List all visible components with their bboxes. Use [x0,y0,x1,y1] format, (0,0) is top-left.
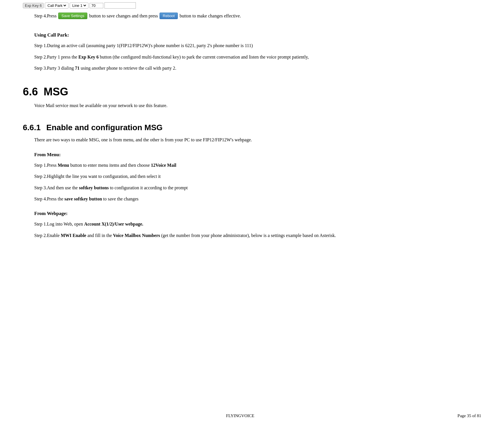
call-park-step3: Step 3.Party 3 dialing 71 using another … [34,65,481,72]
msg-step1-prefix: Step 1.Press [34,163,58,168]
line-select[interactable]: Line 1 [71,3,87,8]
msg-step4-suffix: to save the changes [102,196,138,201]
from-webpage-heading: From Webpage: [34,211,481,216]
msg-step1-suffix: button to enter menu items and then choo… [69,163,151,168]
step3-prefix: Step 3.Party 3 dialing [34,66,75,71]
call-park-dropdown[interactable]: Call Park [45,3,68,9]
section-66-num: 6.6 [23,86,38,98]
section-66-heading: 6.6 MSG [23,86,481,98]
reboot-button[interactable]: Reboot [160,13,178,19]
step4-middle: button to save changes and then press [89,13,158,19]
section-661-heading: 6.6.1 Enable and configuration MSG [23,123,481,132]
section-66-body: Voice Mail service must be available on … [34,102,481,109]
wp-step1: Step 1.Log into Web, open Account X(1/2)… [34,220,481,228]
step4-prefix: Step 4.Press [34,13,57,19]
step2-suffix: button (the configured multi-functional … [99,55,309,59]
wp-step1-prefix: Step 1.Log into Web, open [34,222,84,226]
wp-step2-middle: and fill in the [86,233,113,238]
section-661-intro: There are two ways to enable MSG, one is… [34,136,481,144]
msg-step3: Step 3.And then use the softkey buttons … [34,184,481,192]
wp-step1-bold: Account X(1/2)/User webpage. [84,222,143,226]
wp-step2-prefix: Step 2.Enable [34,233,61,238]
step3-bold: 71 [75,66,80,71]
top-config-row: Exp Key 6 Call Park Line 1 70 [23,0,481,10]
using-call-park-heading: Using Call Park: [34,32,481,38]
from-menu-heading: From Menu: [34,152,481,158]
step2-prefix: Step 2.Party 1 press the [34,55,78,59]
msg-step3-suffix: to configuration it according to the pro… [109,185,188,190]
msg-step1-bold: Menu [58,163,69,168]
step2-bold: Exp Key 6 [78,55,99,59]
section-661-title: Enable and configuration MSG [46,123,163,132]
msg-step1: Step 1.Press Menu button to enter menu i… [34,162,481,169]
footer-right: Page 35 of 81 [457,413,481,418]
save-settings-button[interactable]: Save Settings [58,13,87,19]
extra-input [104,2,136,9]
exp-key-label: Exp Key 6 [23,3,44,8]
msg-step1-bold2: 12Voice Mail [151,163,176,168]
line-dropdown[interactable]: Line 1 [70,3,88,9]
section-661-num: 6.6.1 [23,123,41,132]
step4-suffix: button to make changes effective. [180,13,241,19]
msg-step3-bold: softkey buttons [79,185,108,190]
call-park-select[interactable]: Call Park [46,3,67,8]
footer-center: FLYINGVOICE [226,413,254,418]
section-66-title: MSG [44,86,68,98]
msg-step3-prefix: Step 3.And then use the [34,185,79,190]
msg-step2: Step 2.Highlight the line you want to co… [34,173,481,180]
wp-step2-bold2: Voice Mailbox Numbers [113,233,160,238]
msg-step4-prefix: Step 4.Press the [34,196,64,201]
msg-step4-bold: save softkey button [64,196,102,201]
footer: FLYINGVOICE Page 35 of 81 [0,413,504,418]
wp-step2-suffix: (get the number from your phone administ… [160,233,336,238]
call-park-step1: Step 1.During an active call (assuming p… [34,42,481,49]
msg-step4: Step 4.Press the save softkey button to … [34,195,481,203]
wp-step2: Step 2.Enable MWI Enable and fill in the… [34,232,481,239]
step3-suffix: using another phone to retrieve the call… [80,66,176,71]
wp-step2-bold1: MWI Enable [61,233,86,238]
call-park-step2: Step 2.Party 1 press the Exp Key 6 butto… [34,53,481,61]
step4-line: Step 4.Press Save Settings button to sav… [34,13,481,19]
number-input[interactable]: 70 [90,3,103,8]
